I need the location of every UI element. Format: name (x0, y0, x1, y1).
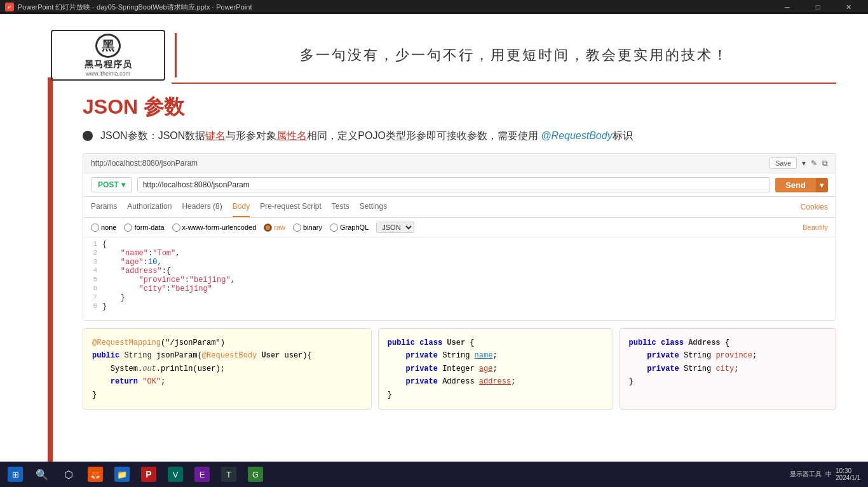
vscode-icon: V (168, 467, 183, 482)
slide-container: 黑 黑马程序员 www.itheima.com 多一句没有，少一句不行，用更短时… (0, 14, 868, 487)
controller-code-box: @RequestMapping("/jsonParam") public Str… (83, 328, 372, 410)
postman-header: http://localhost:8080/jsonParam Save ▾ ✎… (83, 154, 836, 173)
minimize-button[interactable]: ─ (773, 0, 802, 14)
left-accent (48, 77, 53, 471)
search-button[interactable]: 🔍 (29, 463, 55, 486)
other-button[interactable]: G (243, 463, 268, 486)
terminal-icon: T (221, 467, 236, 482)
send-button[interactable]: Send (775, 178, 816, 192)
tab-authorization[interactable]: Authorization (127, 197, 172, 217)
header-divider (175, 33, 177, 77)
code-line-1: 1 { (83, 240, 836, 249)
close-button[interactable]: ✕ (834, 0, 863, 14)
title-bar: P PowerPoint 幻灯片放映 - day05-SpringBootWeb… (0, 0, 868, 14)
tab-tests[interactable]: Tests (332, 197, 349, 217)
tab-settings[interactable]: Settings (360, 197, 387, 217)
start-button[interactable]: ⊞ (3, 463, 28, 486)
send-dropdown-button[interactable]: ▾ (816, 178, 828, 192)
other-icon: G (248, 467, 263, 482)
bullet-text-end: 标识 (613, 130, 633, 141)
method-chevron-icon: ▾ (121, 180, 125, 189)
tabs-left: Params Authorization Headers (8) Body Pr… (91, 197, 387, 217)
bullet-point: JSON参数：JSON数据键名与形参对象属性名相同，定义POJO类型形参即可接收… (83, 128, 836, 143)
taskview-button[interactable]: ⬡ (56, 463, 81, 486)
tab-body[interactable]: Body (233, 197, 250, 217)
explorer-button[interactable]: 📁 (109, 463, 135, 486)
address-class-header: public class Address { (629, 337, 827, 349)
user-field-address: private Address address; (388, 375, 604, 388)
content-area: JSON参数：JSON数据键名与形参对象属性名相同，定义POJO类型形参即可接收… (83, 128, 836, 410)
beautify-button[interactable]: Beautify (803, 223, 828, 231)
window-controls[interactable]: ─ □ ✕ (773, 0, 863, 14)
bullet-dot (83, 131, 93, 141)
postman-tabs: Params Authorization Headers (8) Body Pr… (83, 197, 836, 218)
logo-text-main: 黑马程序员 (85, 59, 132, 70)
url-input[interactable] (137, 177, 771, 192)
send-group: Send ▾ (775, 178, 828, 192)
user-class-code-box: public class User { private String name;… (378, 328, 613, 410)
user-field-age: private Integer age; (388, 363, 604, 375)
code-line-5: 5 "province":"beijing", (83, 276, 836, 284)
code-line-sysout: System.out.println(user); (92, 363, 362, 375)
windows-icon: ⊞ (8, 467, 23, 482)
code-line-method: public String jsonParam(@RequestBody Use… (92, 349, 362, 362)
powerpoint-icon: P (141, 467, 156, 482)
explorer-icon: 📁 (114, 467, 130, 482)
edit-icon[interactable]: ✎ (811, 159, 817, 168)
copy-icon[interactable]: ⧉ (822, 159, 828, 168)
radio-binary[interactable]: binary (293, 223, 322, 232)
address-class-code-box: public class Address { private String pr… (620, 328, 836, 410)
sys-tray-text: 显示器工具 (790, 470, 822, 479)
address-field-city: private String city; (629, 363, 827, 375)
user-field-name: private String name; (388, 349, 604, 362)
bullet-content: JSON参数：JSON数据键名与形参对象属性名相同，定义POJO类型形参即可接收… (100, 128, 633, 143)
window-title: PowerPoint 幻灯片放映 - day05-SpringBootWeb请求… (18, 3, 252, 12)
cookies-link[interactable]: Cookies (801, 203, 828, 211)
code-line-2: 2 "name":"Tom", (83, 249, 836, 258)
address-field-province: private String province; (629, 349, 827, 362)
keyword-key: 键名 (205, 130, 226, 141)
vscode-button[interactable]: V (163, 463, 188, 486)
body-options: none form-data x-www-form-urlencoded raw… (83, 218, 836, 237)
tab-headers[interactable]: Headers (8) (182, 197, 222, 217)
terminal-button[interactable]: T (216, 463, 241, 486)
tab-pre-request[interactable]: Pre-request Script (260, 197, 322, 217)
code-line-annotation: @RequestMapping("/jsonParam") (92, 337, 362, 349)
radio-form-data[interactable]: form-data (124, 223, 164, 232)
taskbar-right: 显示器工具 中 10:30 2024/1/1 (790, 467, 865, 481)
postman-url-display: http://localhost:8080/jsonParam (91, 159, 198, 168)
header-area: 黑 黑马程序员 www.itheima.com 多一句没有，少一句不行，用更短时… (51, 27, 843, 84)
code-line-close: } (92, 389, 362, 401)
code-line-6: 6 "city":"beijing" (83, 284, 836, 293)
taskview-icon: ⬡ (61, 467, 76, 482)
code-editor[interactable]: 1 { 2 "name":"Tom", 3 "age":10, 4 "addre… (83, 237, 836, 320)
radio-graphql[interactable]: GraphQL (330, 223, 369, 232)
header-line (172, 83, 836, 84)
eclipse-button[interactable]: E (189, 463, 215, 486)
http-method-selector[interactable]: POST ▾ (91, 177, 132, 192)
radio-urlencoded[interactable]: x-www-form-urlencoded (172, 223, 257, 232)
bullet-text-before: JSON参数：JSON数据 (100, 130, 205, 141)
user-class-close: } (388, 389, 604, 401)
powerpoint-button[interactable]: P (136, 463, 161, 486)
radio-raw[interactable]: raw (264, 223, 285, 232)
body-format-select[interactable]: JSON Text XML (376, 222, 414, 233)
header-slogan: 多一句没有，少一句不行，用更短时间，教会更实用的技术！ (186, 46, 843, 65)
user-class-header: public class User { (388, 337, 604, 349)
bullet-text-mid2: 相同，定义POJO类型形参即可接收参数，需要使用 (307, 130, 538, 141)
save-dropdown-icon[interactable]: ▾ (802, 159, 806, 168)
code-line-7: 7 } (83, 293, 836, 302)
save-button[interactable]: Save (770, 157, 797, 169)
eclipse-icon: E (194, 467, 210, 482)
logo-icon: 黑 (95, 34, 121, 58)
maximize-button[interactable]: □ (803, 0, 832, 14)
code-line-return: return "OK"; (92, 375, 362, 388)
tab-params[interactable]: Params (91, 197, 117, 217)
app-icon: P (5, 3, 14, 11)
code-line-4: 4 "address":{ (83, 267, 836, 276)
bullet-text-mid1: 与形参对象 (226, 130, 276, 141)
code-boxes: @RequestMapping("/jsonParam") public Str… (83, 328, 836, 410)
firefox-button[interactable]: 🦊 (83, 463, 108, 486)
radio-none[interactable]: none (91, 223, 116, 232)
postman-mock: http://localhost:8080/jsonParam Save ▾ ✎… (83, 153, 836, 321)
